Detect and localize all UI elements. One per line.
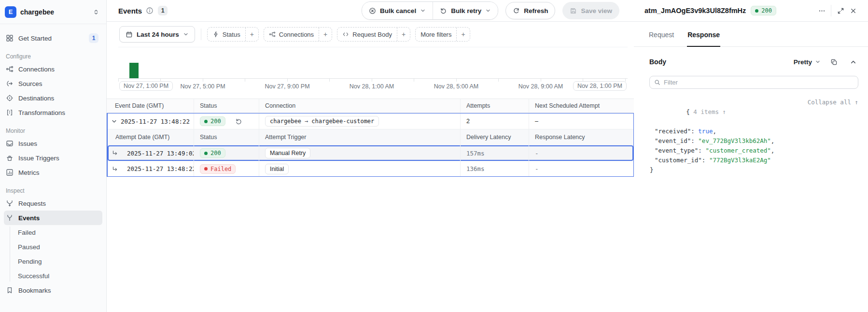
main-header: Events 1 Bulk cancel: [107, 0, 634, 22]
sidebar-item-requests[interactable]: Requests: [4, 196, 102, 211]
save-view-button[interactable]: Save view: [562, 2, 619, 19]
sidebar-item-issue-triggers[interactable]: Issue Triggers: [4, 151, 102, 165]
column-header: Next Scheduled Attempt: [529, 99, 634, 113]
sidebar-item-destinations[interactable]: Destinations: [4, 91, 102, 105]
sidebar-item-events-failed[interactable]: Failed: [0, 225, 106, 240]
tab-response[interactable]: Response: [687, 31, 720, 47]
event-connection-cell: chargebee → chargebee-customer: [259, 113, 460, 129]
sidebar-item-bookmarks[interactable]: Bookmarks: [4, 283, 102, 298]
open-brace[interactable]: {: [686, 108, 690, 115]
json-key[interactable]: received: [655, 128, 698, 135]
collapse-all-link[interactable]: Collapse all ↑: [808, 98, 858, 127]
sidebar-item-label: Requests: [18, 200, 46, 207]
status-badge: 200: [200, 148, 225, 158]
detail-panel: atm_JmAOgE3v9k3Ul8Z8fmHz 200 Request Res…: [634, 0, 868, 312]
expand-panel-button[interactable]: [834, 4, 847, 17]
sidebar-item-label: Bookmarks: [18, 287, 51, 294]
transform-icon: [6, 109, 14, 116]
sidebar-item-events-paused[interactable]: Paused: [0, 240, 106, 254]
column-header: Attempts: [460, 99, 529, 113]
collapse-section-button[interactable]: [847, 56, 859, 68]
bulk-retry-button[interactable]: Bulk retry: [433, 2, 498, 19]
divider: [201, 28, 201, 40]
date-range-button[interactable]: Last 24 hours: [119, 26, 195, 43]
save-icon: [570, 7, 577, 14]
json-viewer: { 4 items ↑ Collapse all ↑ receivedtrue,…: [650, 98, 858, 175]
workspace-avatar: E: [5, 6, 16, 18]
connection-chip[interactable]: chargebee → chargebee-customer: [265, 116, 379, 127]
sidebar-item-label: Get Started: [18, 35, 52, 42]
cancel-circle-icon: [369, 7, 376, 14]
filter-chips: Status + Connections +: [207, 27, 470, 42]
sidebar-item-metrics[interactable]: Metrics: [4, 165, 102, 180]
more-filters[interactable]: More filters: [416, 28, 456, 41]
retry-event-icon[interactable]: [235, 118, 242, 125]
trigger-chip: Manual Retry: [265, 148, 310, 158]
json-key[interactable]: customer_id: [655, 156, 709, 164]
filter-chip-request-body: Request Body +: [337, 27, 410, 42]
header-actions: Bulk cancel Bulk retry: [362, 1, 619, 20]
request-body-filter-add[interactable]: +: [397, 28, 410, 41]
filter-bar: Last 24 hours Status +: [107, 22, 634, 47]
status-badge: 200: [751, 6, 776, 15]
collapse-chevron-icon[interactable]: [111, 118, 118, 125]
inbox-icon: [6, 140, 14, 147]
bulk-retry-label: Bulk retry: [451, 7, 481, 14]
metrics-icon: [6, 169, 14, 176]
attempt-date-cell: 2025-11-27 13:49:02: [108, 145, 194, 161]
return-arrow-icon: [112, 166, 118, 172]
workspace-name: chargebee: [20, 8, 93, 16]
format-select[interactable]: Pretty: [794, 58, 821, 66]
body-filter-input[interactable]: [664, 79, 854, 86]
sidebar-item-events-successful[interactable]: Successful: [0, 269, 106, 283]
sidebar-item-get-started[interactable]: Get Started 1: [4, 31, 102, 45]
filter-chip-status: Status +: [207, 27, 259, 42]
request-body-filter[interactable]: Request Body: [337, 28, 397, 41]
alert-trigger-icon: [6, 154, 14, 162]
status-filter[interactable]: Status: [208, 28, 245, 41]
tab-request[interactable]: Request: [648, 31, 674, 47]
histogram-plot[interactable]: Nov 27, 1:00 PM Nov 27, 5:00 PM Nov 27, …: [118, 47, 628, 79]
bulk-cancel-button[interactable]: Bulk cancel: [362, 2, 433, 19]
json-key[interactable]: event_type: [655, 147, 705, 154]
sidebar-item-events[interactable]: Events: [4, 211, 102, 225]
response-latency-cell: -: [529, 161, 633, 176]
connections-filter-add[interactable]: +: [319, 28, 332, 41]
body-section-header: Body Pretty: [634, 47, 868, 72]
attempt-date: 2025-11-27 13:49:02: [127, 150, 194, 157]
more-filters-add[interactable]: +: [456, 28, 469, 41]
refresh-button[interactable]: Refresh: [505, 2, 555, 19]
histogram-bar[interactable]: [129, 63, 139, 78]
sidebar-item-transformations[interactable]: Transformations: [4, 105, 102, 120]
status-dot: [204, 120, 208, 123]
bulk-actions-group: Bulk cancel Bulk retry: [362, 1, 498, 20]
connections-filter[interactable]: Connections: [264, 28, 319, 41]
event-status-cell: 200: [194, 113, 259, 129]
workspace-switcher[interactable]: E chargebee: [0, 0, 106, 24]
close-panel-button[interactable]: [847, 4, 859, 17]
json-comma: ,: [771, 137, 775, 144]
json-key[interactable]: event_id: [655, 137, 698, 144]
status-dot: [755, 9, 758, 13]
status-filter-add[interactable]: +: [245, 28, 258, 41]
info-icon[interactable]: [146, 7, 154, 14]
connections-icon: [269, 31, 276, 38]
more-options-button[interactable]: [815, 4, 828, 17]
attempt-row[interactable]: 2025-11-27 13:48:22 Failed Initial 136ms…: [108, 161, 633, 176]
events-count-badge: 1: [158, 6, 168, 15]
sidebar-item-connections[interactable]: Connections: [4, 62, 102, 76]
event-row[interactable]: 2025-11-27 13:48:22 200 chargebee: [108, 113, 633, 129]
json-value: true: [698, 128, 713, 135]
json-open: { 4 items ↑: [650, 98, 726, 127]
axis-tick: [414, 78, 414, 82]
workspace-selector-icon[interactable]: [93, 9, 99, 15]
chevron-down-icon: [420, 8, 426, 14]
sidebar-item-sources[interactable]: Sources: [4, 76, 102, 91]
sidebar-item-issues[interactable]: Issues: [4, 136, 102, 151]
sidebar-item-events-pending[interactable]: Pending: [0, 254, 106, 269]
events-table-header: Event Date (GMT) Status Connection Attem…: [107, 99, 634, 113]
trigger-chip: Initial: [265, 164, 289, 174]
copy-button[interactable]: [827, 56, 840, 68]
attempt-row-selected[interactable]: 2025-11-27 13:49:02 200 Manual Retry 157…: [108, 145, 633, 161]
retry-icon: [440, 7, 447, 14]
